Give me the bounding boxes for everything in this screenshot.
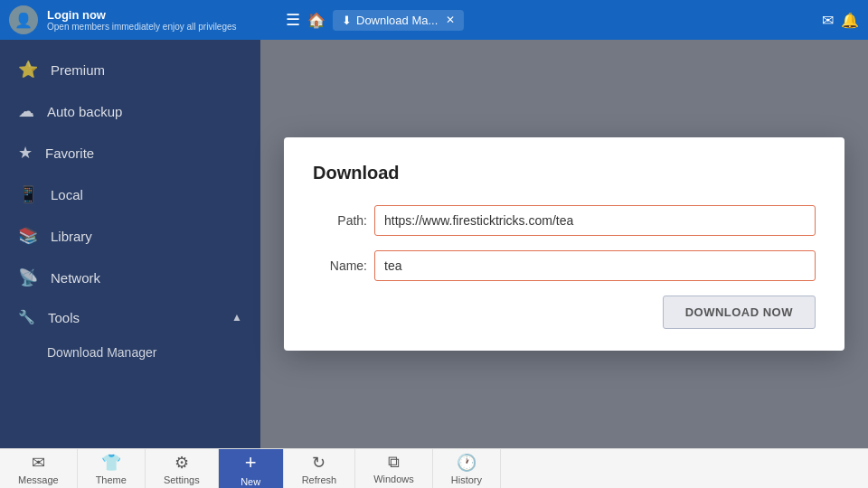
new-icon: + (245, 451, 257, 474)
message-icon: ✉ (32, 453, 45, 473)
sidebar-item-local[interactable]: 📱 Local (0, 174, 260, 215)
refresh-button[interactable]: ↻ Refresh (284, 449, 356, 488)
modal-overlay: Download Path: Name: DOWNLOAD NOW (260, 40, 868, 448)
history-icon: 🕐 (457, 453, 476, 473)
download-now-button[interactable]: DOWNLOAD NOW (663, 296, 816, 329)
history-button[interactable]: 🕐 History (433, 449, 501, 488)
auto-backup-icon: ☁ (18, 101, 34, 121)
sidebar-item-label: Local (51, 187, 83, 202)
sidebar-item-library[interactable]: 📚 Library (0, 215, 260, 257)
avatar[interactable]: 👤 (9, 5, 38, 34)
windows-button[interactable]: ⧉ Windows (355, 449, 433, 488)
sidebar-sub-download-manager[interactable]: Download Manager (0, 336, 260, 369)
settings-label: Settings (164, 474, 200, 485)
name-input[interactable] (374, 250, 816, 281)
login-title: Login now (47, 8, 237, 22)
windows-label: Windows (373, 474, 414, 484)
main-layout: ⭐ Premium ☁ Auto backup ★ Favorite 📱 Loc… (0, 40, 868, 448)
top-bar: 👤 Login now Open members immediately enj… (0, 0, 868, 40)
tab-close-icon[interactable]: ✕ (446, 14, 455, 26)
modal-actions: DOWNLOAD NOW (313, 296, 816, 329)
sidebar: ⭐ Premium ☁ Auto backup ★ Favorite 📱 Loc… (0, 40, 260, 448)
menu-icon[interactable]: ☰ (286, 10, 300, 30)
chevron-up-icon: ▲ (231, 311, 242, 324)
login-info: Login now Open members immediately enjoy… (47, 8, 237, 32)
sidebar-item-premium[interactable]: ⭐ Premium (0, 49, 260, 90)
tools-label: Tools (48, 310, 80, 325)
login-sub: Open members immediately enjoy all privi… (47, 22, 237, 32)
tools-icon: 🔧 (18, 309, 35, 325)
download-modal: Download Path: Name: DOWNLOAD NOW (284, 137, 844, 351)
theme-button[interactable]: 👕 Theme (78, 449, 146, 488)
download-icon: ⬇ (342, 14, 352, 27)
download-manager-label: Download Manager (47, 345, 156, 360)
history-label: History (451, 474, 482, 485)
bottom-bar: ✉ Message 👕 Theme ⚙ Settings + New ↻ Ref… (0, 448, 868, 488)
content-area: Download Path: Name: DOWNLOAD NOW (260, 40, 868, 448)
modal-title: Download (313, 163, 816, 183)
path-row: Path: (313, 205, 816, 236)
path-input[interactable] (374, 205, 816, 236)
sidebar-item-label: Library (51, 229, 92, 244)
home-icon[interactable]: 🏠 (307, 12, 326, 29)
refresh-label: Refresh (302, 474, 337, 485)
name-row: Name: (313, 250, 816, 281)
settings-icon: ⚙ (175, 453, 189, 473)
sidebar-item-auto-backup[interactable]: ☁ Auto backup (0, 90, 260, 132)
network-icon: 📡 (18, 267, 38, 287)
theme-icon: 👕 (101, 453, 121, 473)
top-bar-left: 👤 Login now Open members immediately enj… (9, 5, 269, 34)
mail-icon[interactable]: ✉ (822, 12, 834, 29)
library-icon: 📚 (18, 226, 38, 246)
local-icon: 📱 (18, 184, 38, 204)
name-label: Name: (313, 258, 367, 273)
sidebar-item-label: Auto backup (47, 104, 122, 119)
favorite-icon: ★ (18, 143, 33, 163)
sidebar-item-label: Favorite (45, 145, 94, 161)
path-label: Path: (313, 213, 367, 228)
settings-button[interactable]: ⚙ Settings (146, 449, 219, 488)
sidebar-item-favorite[interactable]: ★ Favorite (0, 132, 260, 174)
sidebar-item-tools[interactable]: 🔧 Tools ▲ (0, 298, 260, 336)
refresh-icon: ↻ (312, 453, 326, 473)
sidebar-item-label: Network (51, 270, 100, 286)
new-label: New (241, 476, 260, 487)
active-tab[interactable]: ⬇ Download Ma... ✕ (333, 10, 464, 31)
top-bar-right: ☰ 🏠 ⬇ Download Ma... ✕ ✉ 🔔 (277, 10, 859, 31)
tab-label: Download Ma... (356, 14, 438, 27)
message-label: Message (18, 474, 59, 485)
bell-icon[interactable]: 🔔 (841, 12, 859, 29)
premium-icon: ⭐ (18, 60, 38, 80)
sidebar-item-label: Premium (51, 62, 105, 78)
windows-icon: ⧉ (388, 453, 400, 472)
theme-label: Theme (96, 474, 127, 485)
top-bar-extra-icons: ✉ 🔔 (822, 12, 859, 29)
sidebar-item-network[interactable]: 📡 Network (0, 257, 260, 298)
tools-row-left: 🔧 Tools (18, 309, 80, 325)
message-button[interactable]: ✉ Message (0, 449, 78, 488)
new-button[interactable]: + New (219, 449, 284, 488)
